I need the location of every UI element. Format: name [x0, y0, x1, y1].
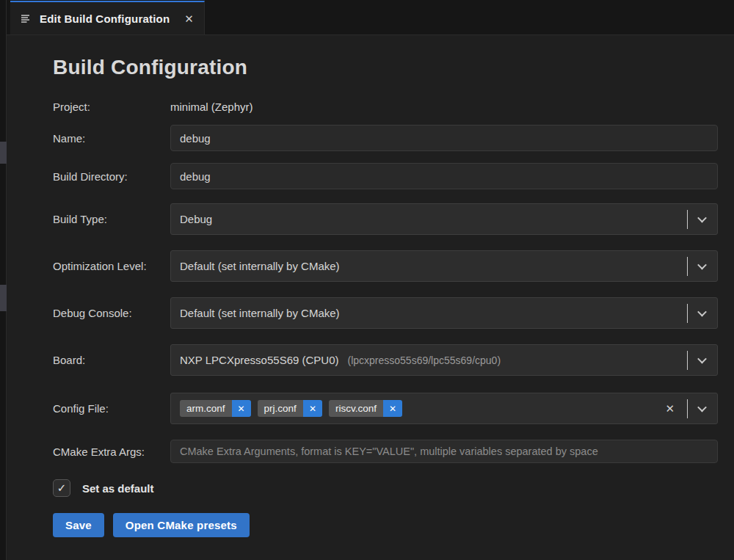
build-directory-input[interactable]: [170, 163, 718, 189]
board-select[interactable]: NXP LPCXpresso55S69 (CPU0) (lpcxpresso55…: [170, 344, 718, 376]
set-as-default-checkbox[interactable]: ✓: [53, 479, 70, 497]
build-directory-label: Build Directory:: [53, 170, 170, 183]
project-row: Project: minimal (Zephyr): [53, 98, 718, 114]
build-directory-row: Build Directory:: [53, 163, 718, 189]
checkmark-icon: ✓: [57, 481, 67, 495]
chevron-down-icon[interactable]: [697, 214, 707, 223]
chip-label: arm.conf: [180, 400, 232, 417]
dropdown-separator: [687, 399, 688, 418]
cmake-extra-args-label: CMake Extra Args:: [53, 446, 170, 458]
build-type-label: Build Type:: [53, 213, 170, 225]
set-as-default-row: ✓ Set as default: [53, 479, 718, 498]
close-icon[interactable]: ✕: [184, 13, 194, 24]
cmake-extra-args-row: CMake Extra Args:: [53, 440, 718, 463]
tab-title: Edit Build Configuration: [40, 12, 170, 25]
debug-console-select[interactable]: Default (set internally by CMake): [170, 297, 718, 329]
board-row: Board: NXP LPCXpresso55S69 (CPU0) (lpcxp…: [53, 344, 718, 376]
chevron-down-icon[interactable]: [697, 261, 707, 270]
chip-remove-icon[interactable]: ✕: [383, 400, 402, 417]
optimization-level-row: Optimization Level: Default (set interna…: [53, 250, 718, 282]
optimization-level-select[interactable]: Default (set internally by CMake): [170, 250, 718, 282]
clear-all-icon[interactable]: ✕: [665, 403, 675, 414]
chip-remove-icon[interactable]: ✕: [303, 400, 322, 417]
build-configuration-form: Build Configuration Project: minimal (Ze…: [7, 35, 734, 560]
chevron-down-icon[interactable]: [697, 354, 707, 364]
project-value: minimal (Zephyr): [170, 101, 718, 113]
action-buttons: Save Open CMake presets: [53, 513, 718, 537]
page-title: Build Configuration: [53, 56, 718, 79]
config-file-multiselect[interactable]: arm.conf✕prj.conf✕riscv.conf✕ ✕: [170, 393, 718, 424]
chevron-down-icon[interactable]: [697, 403, 707, 412]
save-button[interactable]: Save: [53, 513, 104, 537]
dropdown-separator: [687, 351, 688, 370]
chip-label: riscv.conf: [329, 400, 383, 417]
activity-strip-item[interactable]: [0, 285, 7, 311]
debug-console-label: Debug Console:: [53, 307, 170, 319]
set-as-default-label: Set as default: [82, 482, 154, 495]
name-label: Name:: [53, 132, 170, 145]
config-chip: riscv.conf✕: [329, 400, 402, 417]
project-label: Project:: [53, 101, 170, 113]
debug-console-value: Default (set internally by CMake): [180, 307, 687, 319]
board-detail: (lpcxpresso55s69/lpc55s69/cpu0): [348, 354, 501, 366]
tab-edit-build-configuration[interactable]: Edit Build Configuration ✕: [10, 1, 205, 34]
board-label: Board:: [53, 354, 170, 366]
board-value: NXP LPCXpresso55S69 (CPU0): [180, 354, 339, 366]
activity-strip-item[interactable]: [0, 142, 7, 164]
name-row: Name:: [53, 125, 718, 151]
config-file-chips: arm.conf✕prj.conf✕riscv.conf✕: [180, 400, 665, 417]
open-cmake-presets-button[interactable]: Open CMake presets: [113, 513, 250, 537]
build-type-row: Build Type: Debug: [53, 203, 718, 235]
list-icon: [21, 12, 32, 24]
config-file-row: Config File: arm.conf✕prj.conf✕riscv.con…: [53, 393, 718, 424]
debug-console-row: Debug Console: Default (set internally b…: [53, 297, 718, 329]
chip-remove-icon[interactable]: ✕: [232, 400, 251, 417]
config-chip: arm.conf✕: [180, 400, 251, 417]
dropdown-separator: [687, 210, 688, 229]
dropdown-separator: [687, 304, 688, 323]
optimization-level-label: Optimization Level:: [53, 260, 170, 272]
build-type-select[interactable]: Debug: [170, 203, 718, 235]
name-input[interactable]: [170, 125, 718, 151]
optimization-level-value: Default (set internally by CMake): [180, 260, 687, 272]
editor-tab-bar: Edit Build Configuration ✕: [0, 0, 734, 35]
config-chip: prj.conf✕: [258, 400, 322, 417]
config-file-label: Config File:: [53, 402, 170, 415]
build-type-value: Debug: [180, 213, 687, 225]
dropdown-separator: [687, 257, 688, 276]
activity-strip: [0, 0, 7, 560]
chevron-down-icon[interactable]: [697, 308, 707, 317]
cmake-extra-args-input[interactable]: [170, 440, 718, 463]
chip-label: prj.conf: [258, 400, 303, 417]
